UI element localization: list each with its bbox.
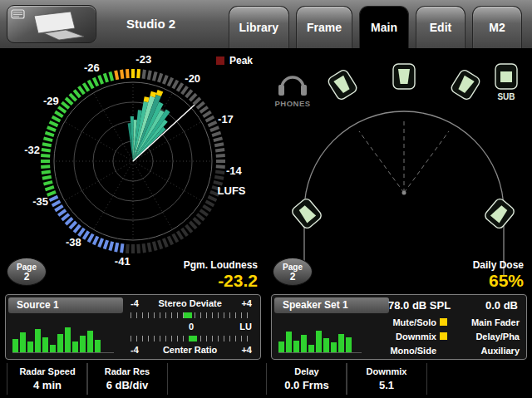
loudness-readout-label: Pgm. Loudness [184, 259, 258, 271]
scale-label: -26 [84, 61, 100, 74]
level-bar [42, 337, 48, 352]
setting-radar-speed[interactable]: Radar Speed4 min [7, 363, 88, 395]
active-indicator [440, 318, 447, 326]
setting-label: Downmix [347, 366, 426, 376]
tab-frame[interactable]: Frame [296, 6, 352, 48]
scale-label: -35 [32, 195, 48, 208]
level-bar [20, 332, 26, 352]
phones-label: PHONES [274, 99, 310, 108]
setting-delay[interactable]: Delay0.0 Frms [266, 363, 347, 395]
lu-unit-label: LU [239, 322, 252, 332]
scale-label: -14 [226, 165, 243, 177]
level-bar [338, 334, 344, 352]
setting-value: 6 dB/div [87, 379, 167, 391]
setting-value: 4 min [7, 379, 87, 391]
daily-dose-readout: Daily Dose 65% [473, 259, 524, 290]
scale-label: -17 [218, 113, 234, 125]
headphones-icon[interactable] [278, 77, 307, 96]
peak-indicator [216, 57, 224, 65]
daily-dose-value: 65% [473, 271, 524, 290]
page-button-number: 2 [24, 272, 30, 282]
level-bar [80, 336, 86, 352]
device-icon [7, 6, 96, 42]
tab-main[interactable]: Main [359, 6, 409, 48]
level-bar [35, 329, 41, 352]
peak-legend: Peak [216, 55, 253, 66]
speaker-level-histogram [278, 319, 362, 353]
level-bar [331, 342, 337, 352]
level-bar [278, 341, 284, 352]
page-button-right[interactable]: Page 2 [273, 258, 313, 286]
fader-level-readout: 0.0 dB [485, 297, 518, 313]
stereo-deviate-scale [131, 312, 252, 318]
lufs-unit-label: LUFS [218, 184, 246, 197]
deviate-min: -4 [131, 298, 139, 308]
loudness-readout-value: -23.2 [184, 271, 258, 290]
speaker-layout: PHONESSUB [266, 48, 532, 292]
speaker-set-button[interactable]: Speaker Set 1 [274, 297, 389, 313]
zero-label: 0 [189, 322, 194, 332]
surround-right-speaker-icon[interactable] [483, 197, 515, 230]
scale-label: -29 [43, 95, 59, 107]
page-button-left[interactable]: Page 2 [7, 258, 47, 286]
level-bar [12, 339, 18, 352]
button-mono-side[interactable]: Mono/Side [363, 346, 436, 356]
level-bar [87, 331, 93, 352]
center-ratio-row: -4 Center Ratio +4 [131, 345, 252, 355]
main-area: -41-38-35-32-29-26-23-20-17-14LUFS Peak … [0, 48, 532, 292]
button-downmix[interactable]: Downmix [363, 332, 436, 341]
stereo-deviate-row: -4 Stereo Deviate +4 [131, 298, 252, 308]
front-right-speaker-icon[interactable] [450, 68, 481, 101]
level-bar [65, 327, 71, 352]
level-bar [346, 337, 352, 352]
level-bar [50, 345, 56, 352]
peak-label: Peak [229, 55, 253, 66]
button-delay-pha[interactable]: Delay/Pha [450, 332, 520, 341]
tab-library[interactable]: Library [229, 6, 289, 48]
loudness-readout: Pgm. Loudness -23.2 [184, 259, 258, 290]
surround-left-speaker-icon[interactable] [290, 197, 323, 230]
tab-m2[interactable]: M2 [472, 6, 522, 48]
loudness-radar: -41-38-35-32-29-26-23-20-17-14LUFS [0, 48, 266, 292]
function-row: Mute/SoloMain Fader [363, 315, 520, 329]
speaker-setup-panel: PHONESSUB Page 2 Daily Dose 65% [266, 48, 532, 292]
level-bar [301, 335, 307, 352]
function-row: Mono/SideAuxiliary [363, 343, 520, 357]
brand-logo [7, 5, 96, 43]
scale-label: -41 [115, 255, 131, 268]
level-bar [308, 345, 314, 352]
page-title: Studio 2 [126, 0, 175, 48]
sub-row: Source 1 -4 Stereo Deviate +4 0 LU [0, 292, 532, 361]
active-indicator [440, 332, 447, 340]
speaker-function-grid: Mute/SoloMain FaderDownmixDelay/PhaMono/… [363, 315, 520, 357]
center-ratio-marker [189, 336, 197, 341]
level-bar [27, 341, 33, 352]
page-button-label: Page [17, 263, 37, 272]
level-bar [95, 340, 101, 352]
daily-dose-label: Daily Dose [473, 259, 524, 271]
setting-value: 0.0 Frms [267, 379, 347, 391]
setting-downmix[interactable]: Downmix5.1 [346, 363, 427, 395]
level-bar [286, 332, 292, 352]
source-select-button[interactable]: Source 1 [8, 297, 123, 313]
front-left-speaker-icon[interactable] [327, 68, 358, 101]
scale-label: -20 [185, 72, 200, 85]
button-auxiliary[interactable]: Auxiliary [450, 346, 520, 356]
function-row: DownmixDelay/Pha [363, 329, 520, 343]
level-bar [57, 334, 63, 352]
settings-bar: Radar Speed4 minRadar Res6 dB/divDelay0.… [0, 361, 532, 398]
level-bar [293, 341, 299, 352]
tab-edit[interactable]: Edit [416, 6, 466, 48]
deviate-marker [184, 312, 192, 318]
setting-radar-res[interactable]: Radar Res6 dB/div [86, 363, 168, 395]
ratio-min: -4 [131, 345, 139, 355]
subwoofer-speaker-icon[interactable] [495, 64, 517, 89]
button-main-fader[interactable]: Main Fader [450, 317, 520, 327]
center-speaker-icon[interactable] [393, 64, 415, 89]
spl-readout: 78.0 dB SPL [388, 297, 451, 313]
button-mute-solo[interactable]: Mute/Solo [363, 317, 436, 327]
setting-label: Radar Res [87, 366, 167, 376]
level-bar [316, 331, 322, 352]
setting-label: Delay [267, 366, 347, 376]
radar-panel: -41-38-35-32-29-26-23-20-17-14LUFS Peak … [0, 48, 266, 292]
